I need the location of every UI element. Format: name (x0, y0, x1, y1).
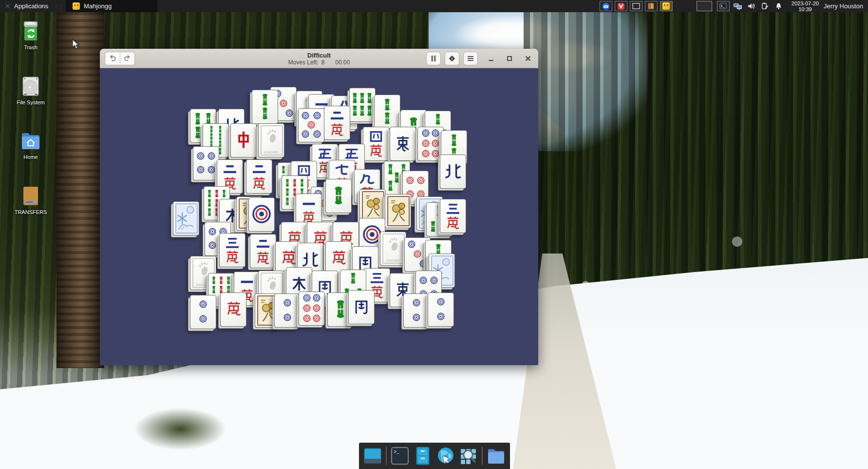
menu-button[interactable] (463, 52, 478, 65)
desktop-icon-label: TRANSFERS (4, 209, 57, 215)
mahjong-tile[interactable]: GNOME (258, 123, 284, 157)
mahjong-board[interactable]: GNOME GNOMEGNOMEGNOME (100, 68, 538, 365)
hint-button[interactable]: ? (445, 52, 459, 65)
mahjong-tile[interactable] (403, 293, 430, 328)
moves-left-value: 8 (321, 59, 325, 66)
network-indicator[interactable] (732, 1, 744, 11)
bell-icon (775, 2, 782, 10)
mouse-cursor (72, 39, 80, 50)
mahjong-tile[interactable] (252, 90, 278, 124)
svg-text:?: ? (451, 56, 453, 60)
wallpaper-bush (117, 400, 244, 458)
dock-web-browser-button[interactable] (436, 446, 455, 466)
filesystem-drive-icon (20, 76, 41, 97)
mahjong-tile[interactable] (324, 106, 350, 140)
mahjong-tile[interactable] (349, 88, 376, 122)
minimize-button[interactable] (486, 53, 496, 64)
trash-icon (20, 20, 41, 42)
dock-separator (386, 447, 387, 465)
user-menu[interactable]: Jerry Houston (824, 2, 863, 10)
window-title: Difficult (307, 52, 331, 59)
pause-icon (431, 55, 436, 62)
mahjong-tile[interactable] (385, 194, 411, 228)
app-finder-icon (459, 446, 478, 466)
maximize-button[interactable] (504, 53, 515, 64)
dock-app-finder-button[interactable] (459, 446, 478, 466)
workspace-switcher[interactable] (697, 1, 712, 11)
panel-grip: ⋮⋮ (54, 4, 64, 9)
mahjong-tile[interactable] (298, 108, 324, 142)
undo-redo-group (105, 52, 135, 65)
mahjong-tile[interactable] (246, 159, 272, 194)
applications-menu[interactable]: Applications (0, 0, 52, 12)
mahjong-tile[interactable] (390, 127, 416, 161)
mahjong-tile[interactable] (325, 179, 352, 213)
terminal-icon (390, 446, 410, 466)
mahjong-tile[interactable] (374, 95, 400, 129)
taskbar-item-mahjongg[interactable]: Mahjongg (66, 0, 157, 12)
timer-value: 00:00 (335, 59, 350, 66)
mahjong-tile[interactable] (250, 234, 276, 268)
window-subtitle: Moves Left:800:00 (287, 59, 352, 66)
desktop-icon-label: Trash (4, 44, 57, 50)
volume-indicator[interactable] (746, 1, 757, 11)
mahjong-tile[interactable] (190, 295, 216, 329)
top-panel: Applications ⋮⋮ Mahjongg (0, 0, 868, 12)
web-browser-globe-icon (436, 446, 455, 466)
workspace-icon (632, 3, 640, 9)
undo-icon (108, 55, 117, 62)
launcher-archive[interactable] (645, 1, 658, 11)
redo-button[interactable] (120, 52, 134, 65)
hamburger-menu-icon (467, 56, 474, 61)
mahjong-tile[interactable] (428, 293, 454, 327)
mahjong-tile[interactable]: GNOME (380, 232, 406, 266)
mahjongg-icon (662, 2, 670, 10)
notifications-indicator[interactable] (773, 1, 785, 11)
clock-time: 10:39 (792, 6, 819, 12)
mahjong-tile[interactable] (363, 127, 389, 161)
workspace-thumbnail[interactable] (630, 1, 642, 11)
taskbar-item-label: Mahjongg (84, 2, 112, 10)
mahjong-tile[interactable] (230, 123, 257, 157)
desktop-icon-trash[interactable]: Trash (4, 20, 57, 50)
clipboard-indicator[interactable] (759, 1, 771, 11)
close-button[interactable] (523, 53, 533, 64)
mahjong-tile[interactable] (220, 293, 246, 327)
archive-icon (647, 2, 655, 10)
desktop-icon-transfers[interactable]: TRANSFERS (4, 185, 57, 215)
desktop-icon-home[interactable]: Home (4, 130, 57, 160)
undo-button[interactable] (105, 52, 120, 65)
mahjong-tile[interactable] (173, 201, 199, 235)
dock-file-folder-button[interactable] (486, 446, 506, 466)
mahjong-tile[interactable] (274, 293, 301, 328)
mahjong-tile[interactable] (440, 155, 466, 189)
mahjongg-window: Difficult Moves Left:800:00 ? (100, 49, 538, 365)
mahjong-tile[interactable] (248, 197, 275, 232)
launcher-mahjongg-active[interactable] (660, 1, 673, 11)
panel-clock[interactable]: 2023-07-20 10:39 (792, 0, 819, 12)
maximize-icon (507, 56, 512, 61)
mahjong-tile[interactable] (348, 290, 375, 324)
launcher-terminal[interactable] (717, 1, 730, 11)
headerbar[interactable]: Difficult Moves Left:800:00 ? (100, 49, 538, 68)
close-icon (525, 56, 531, 61)
dock-separator (482, 447, 483, 465)
mahjong-tile[interactable] (440, 199, 466, 233)
pause-button[interactable] (426, 52, 441, 65)
mahjong-tile[interactable] (193, 146, 219, 180)
terminal-icon (719, 3, 727, 9)
desktop-icon-filesystem[interactable]: File System (4, 76, 57, 105)
show-desktop-icon (363, 446, 382, 466)
clipboard-icon (761, 2, 769, 10)
dock-file-cabinet-button[interactable] (413, 446, 433, 466)
launcher-mail[interactable] (600, 1, 612, 11)
mahjong-tile[interactable] (219, 233, 245, 267)
launcher-vivaldi[interactable] (615, 1, 627, 11)
show-desktop-button[interactable] (363, 446, 382, 466)
mail-icon (602, 2, 610, 10)
mahjong-tile[interactable] (299, 292, 325, 326)
moves-left-label: Moves Left: (288, 59, 319, 66)
desktop-icon-label: Home (4, 154, 57, 160)
volume-icon (747, 2, 755, 10)
dock-terminal-button[interactable]: >_ (390, 446, 410, 466)
